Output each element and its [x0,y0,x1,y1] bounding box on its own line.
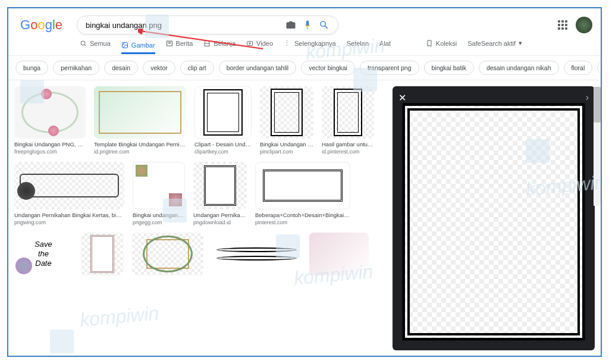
filter-chip[interactable]: vector bingkai [301,61,355,75]
tab-tools[interactable]: Alat [379,40,391,51]
filter-chip[interactable]: border undangan tahlil [219,61,297,75]
result-card[interactable]: Clipart - Desain Undangan Png ... clipar… [194,86,252,155]
tab-news[interactable]: Berita [166,40,193,51]
result-source: id.pinterest.com [322,149,374,155]
filter-chip-row: bunga pernikahan desain vektor clip art … [8,56,601,80]
svg-point-4 [123,43,124,45]
filter-chip[interactable]: transparent png [360,61,419,75]
svg-line-2 [84,45,86,46]
tab-shopping[interactable]: Belanja [203,40,236,51]
search-input[interactable] [86,21,280,30]
result-title: Undangan Pernikahan Bingkai Kertas, bing… [14,212,124,218]
result-title: Clipart - Desain Undangan Png ... [194,141,252,148]
result-source: pinterest.com [255,219,350,225]
image-preview-panel: ✕ › [393,86,595,350]
mic-icon[interactable] [302,20,313,30]
result-source: pngwing.com [14,219,124,225]
result-card[interactable]: Undangan Pernikahan Bingkai Kertas, bing… [14,162,124,225]
tab-video[interactable]: Video [246,40,273,51]
result-title: Bingkai Undangan Vector C... [260,141,313,148]
filter-chip[interactable]: desain [104,61,138,75]
result-card[interactable]: Hasil gambar untuk bingka... id.pinteres… [322,86,374,155]
svg-rect-9 [247,41,253,45]
apps-icon[interactable] [558,20,567,30]
filter-chip[interactable]: bingkai batik [424,61,474,75]
result-source: freepnglogos.com [14,149,86,155]
result-source: clipartkey.com [194,149,252,155]
svg-marker-10 [249,42,251,44]
camera-icon[interactable] [285,20,296,30]
filter-chip[interactable]: bunga [15,61,48,75]
result-source: pngdownload.id [193,219,247,225]
tab-all[interactable]: Semua [80,40,111,51]
result-card[interactable]: SavetheDate [14,233,73,278]
collections-link[interactable]: Koleksi [426,40,457,51]
result-source: pngegg.com [133,219,185,225]
filter-chip[interactable]: vektor [143,61,175,75]
result-title: Hasil gambar untuk bingka... [322,141,374,148]
safesearch-toggle[interactable]: SafeSearch aktif▾ [467,39,522,51]
result-card[interactable] [309,233,369,278]
result-card[interactable]: Bingkai Undangan Vector C... pinclipart.… [260,86,313,155]
result-title: Undangan Pernikahan, Perb... [193,212,247,218]
tab-more[interactable]: ⋮Selengkapnya [284,39,336,51]
result-title: Beberapa+Contoh+Desain+Bingkai+Undangan+… [255,212,350,218]
google-logo[interactable]: Google [20,17,62,33]
result-title: Template Bingkai Undangan Pernikahan, ..… [94,141,186,148]
result-card[interactable]: Bingkai Undangan PNG, Gambar Bo... freep… [14,86,86,155]
chevron-down-icon: ▾ [519,39,522,47]
result-card[interactable] [81,233,124,278]
preview-image[interactable] [402,103,585,341]
result-card[interactable]: Beberapa+Contoh+Desain+Bingkai+Undangan+… [255,162,350,225]
filter-chip[interactable]: desain undangan nikah [479,61,559,75]
close-icon[interactable]: ✕ [398,92,406,103]
result-source: pinclipart.com [260,149,313,155]
result-title: Bingkai Undangan PNG, Gambar Bo... [14,141,86,148]
next-icon[interactable]: › [586,92,589,103]
result-card[interactable] [212,233,301,278]
svg-point-1 [81,41,85,45]
avatar[interactable] [576,17,592,33]
result-source: id.pngtree.com [94,149,186,155]
result-card[interactable]: Template Bingkai Undangan Pernikahan, ..… [94,86,186,155]
tab-images[interactable]: Gambar [121,42,155,54]
filter-chip[interactable]: clip art [180,61,214,75]
result-card[interactable]: Bingkai undangan pernika... pngegg.com [133,162,185,225]
result-card[interactable] [132,233,203,278]
svg-rect-8 [205,43,209,46]
scrollbar[interactable] [594,87,601,206]
filter-chip[interactable]: floral [564,61,593,75]
tab-settings[interactable]: Setelan [347,40,369,51]
result-title: Bingkai undangan pernika... [133,212,185,218]
filter-chip[interactable]: undangan walimatul [597,61,601,75]
filter-chip[interactable]: pernikahan [53,61,99,75]
search-bar[interactable] [77,15,338,34]
result-card[interactable]: Undangan Pernikahan, Perb... pngdownload… [193,162,247,225]
search-icon[interactable] [319,20,329,30]
